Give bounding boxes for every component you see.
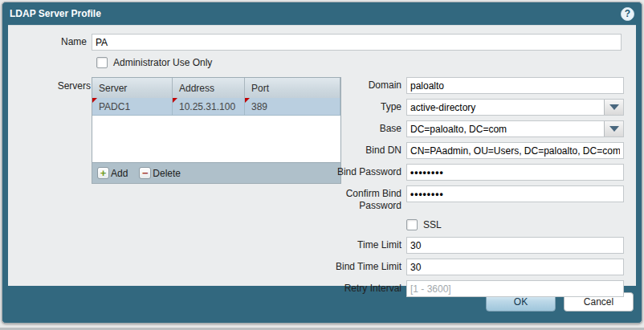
servers-label: Servers	[8, 80, 91, 92]
time-limit-row: Time Limit	[334, 237, 624, 254]
add-server-button[interactable]: + Add	[97, 167, 128, 179]
domain-label: Domain	[334, 77, 406, 92]
confirm-bind-password-label: Confirm Bind Password	[334, 185, 406, 212]
modified-flag-icon	[92, 98, 97, 103]
ldap-server-profile-dialog: LDAP Server Profile ? Name Administrator…	[2, 2, 642, 324]
time-limit-input[interactable]	[406, 237, 624, 254]
name-label: Name	[8, 36, 92, 48]
domain-input[interactable]	[406, 77, 624, 94]
base-value: DC=paloalto, DC=com	[407, 121, 604, 136]
table-row[interactable]: PADC1 10.25.31.100 389	[92, 98, 340, 116]
chevron-down-icon[interactable]	[604, 100, 623, 115]
base-row: Base DC=paloalto, DC=com	[334, 120, 624, 137]
column-header-server[interactable]: Server	[92, 78, 173, 98]
name-input[interactable]	[92, 34, 622, 51]
cell-port: 389	[245, 98, 340, 115]
bind-password-label: Bind Password	[334, 164, 406, 178]
servers-table-header: Server Address Port	[92, 78, 340, 98]
retry-interval-label: Retry Interval	[334, 280, 406, 295]
domain-row: Domain	[334, 77, 624, 94]
modified-flag-icon	[245, 98, 250, 103]
name-row: Name	[8, 34, 622, 51]
bind-password-row: Bind Password	[334, 164, 624, 181]
type-dropdown[interactable]: active-directory	[406, 99, 624, 116]
confirm-bind-password-input[interactable]	[406, 185, 624, 202]
type-value: active-directory	[407, 100, 604, 115]
admin-only-row: Administrator Use Only	[96, 57, 212, 68]
bind-dn-label: Bind DN	[334, 142, 406, 157]
bind-time-limit-input[interactable]	[406, 259, 624, 275]
bind-dn-input[interactable]	[406, 142, 624, 159]
servers-table-toolbar: + Add − Delete	[92, 162, 340, 183]
base-label: Base	[334, 120, 406, 135]
table-empty-area	[92, 116, 340, 162]
modified-flag-icon	[173, 98, 177, 103]
page-background: LDAP Server Profile ? Name Administrator…	[0, 0, 644, 330]
ssl-checkbox[interactable]	[406, 219, 418, 230]
cell-server: PADC1	[92, 98, 173, 115]
confirm-bind-password-row: Confirm Bind Password	[334, 185, 624, 212]
column-header-port[interactable]: Port	[245, 78, 340, 98]
delete-server-button[interactable]: − Delete	[139, 167, 181, 179]
bind-time-limit-row: Bind Time Limit	[334, 259, 624, 275]
cell-address: 10.25.31.100	[173, 98, 245, 115]
dialog-content: Name Administrator Use Only Servers Serv…	[8, 25, 636, 286]
ssl-row: SSL	[334, 219, 624, 230]
administrator-use-only-label: Administrator Use Only	[113, 57, 212, 68]
bind-password-input[interactable]	[406, 164, 624, 181]
bind-dn-row: Bind DN	[334, 142, 624, 159]
right-form: Domain Type active-directory Base DC=pal…	[334, 77, 624, 302]
ssl-label: SSL	[423, 219, 442, 230]
servers-table: Server Address Port PADC1 10.25.31.100	[92, 77, 341, 184]
dialog-titlebar: LDAP Server Profile ?	[2, 2, 642, 25]
column-header-address[interactable]: Address	[173, 78, 245, 98]
administrator-use-only-checkbox[interactable]	[96, 57, 108, 68]
retry-interval-input[interactable]	[406, 280, 624, 297]
dialog-title: LDAP Server Profile	[10, 8, 621, 19]
type-row: Type active-directory	[334, 99, 624, 116]
base-dropdown[interactable]: DC=paloalto, DC=com	[406, 120, 624, 137]
chevron-down-icon[interactable]	[604, 121, 623, 136]
type-label: Type	[334, 99, 406, 113]
help-icon[interactable]: ?	[621, 7, 634, 21]
bind-time-limit-label: Bind Time Limit	[334, 259, 406, 273]
time-limit-label: Time Limit	[334, 237, 406, 251]
plus-icon: +	[97, 167, 109, 179]
minus-icon: −	[139, 167, 151, 179]
retry-interval-row: Retry Interval	[334, 280, 624, 297]
